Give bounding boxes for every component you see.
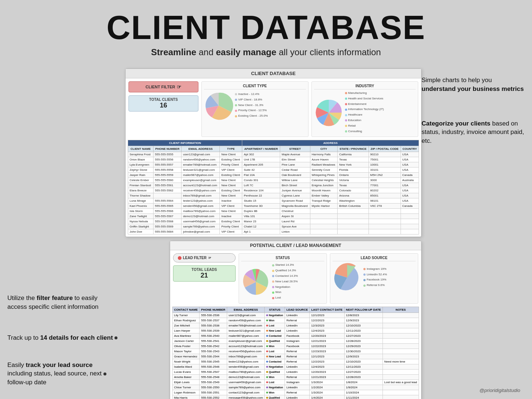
table-cell: Birch Street [280,183,310,188]
lead-table-cell: Negotiation [265,313,285,318]
table-cell: Cypress Lane [280,193,310,198]
lead-table-cell: Facebook [285,343,309,349]
table-cell: New Client [220,193,242,198]
lead-table-cell: Lost [265,323,285,328]
table-cell: sender456@gmail.com [182,204,220,209]
lead-table-cell: LinkedIn [285,385,309,390]
lead-table-cell [383,395,419,399]
lead-table-cell: 555-530-2551 [200,390,227,395]
lead-table-cell: Referral [285,359,309,364]
table-cell [310,224,338,229]
table-row: Thorne Shadowinbox789@gmail.comNew Clien… [128,193,419,198]
table-row: Griffin Starlight555-555-5569sample789@y… [128,224,419,229]
table-cell [153,193,181,198]
lead-table-cell: Logan Robinson [172,390,199,395]
lead-table-cell: Olivia Foster [172,343,199,349]
table-cell: British Columbia [338,204,369,209]
annotation-filter: Utilize the filter feature to easilyacce… [7,294,125,311]
lead-table-cell: random456@yahoo.com [227,318,265,323]
lead-table-cell: 555-530-2544 [200,354,227,359]
lead-table-cell: 555-530-2536 [200,313,227,318]
table-cell: Washington [338,198,369,204]
client-filter-button[interactable]: CLIENT FILTER ☞ [128,81,198,92]
lead-table-cell: 555-530-2552 [200,395,227,399]
status-badge: New Lead [266,329,281,332]
lead-col-name: CONTACT NAME [172,307,199,313]
table-cell: 555-555-5559 [153,173,181,178]
table-row: Chloe Turner555-530-2550sample789@yahoo.… [172,385,419,390]
table-cell: Priority Client [220,162,242,167]
lead-table-cell: Qualified [265,369,285,374]
lead-table-cell: Contacted [265,333,285,338]
table-cell: USA [401,157,419,162]
status-badge: Won [266,376,274,378]
table-cell: Azure Haven [310,157,338,162]
bottom-ss-title: POTENTIAL CLIENT / LEAD MANAGEMENT [170,241,421,250]
table-cell: USA [401,167,419,173]
table-cell: exampleuser@gmail.com [182,178,220,183]
table-row: Seraphina Frost555-555-5555user123@gmail… [128,152,419,157]
lead-table-cell: Chloe Turner [172,385,199,390]
lead-table-cell [383,354,419,359]
top-ss-body: CLIENT FILTER ☞ TOTAL CLIENTS 16 CLIENT … [126,78,421,140]
lead-table-cell: 555-530-2550 [200,385,227,390]
lead-table-cell: New Lead [265,354,285,359]
lead-table-cell [383,349,419,354]
lead-table-cell: Instagram [285,338,309,343]
industry-chart-content: Manufacturing Health and Social Services… [314,91,416,134]
status-dot [266,335,268,337]
lead-filter-button[interactable]: LEAD FILTER ☞ [173,253,236,262]
lead-table-cell [383,333,419,338]
table-cell: Flat 10A [242,173,280,178]
table-cell: Chestnut [280,209,310,214]
table-cell: New Client [220,152,242,157]
lead-table-cell: Lost [265,379,285,385]
table-cell: Canada [401,204,419,209]
lead-table-cell: 12/28/2023 [344,338,383,343]
table-cell [338,209,369,214]
table-cell: Arizona [338,193,369,198]
lead-table-cell: 555-530-2539 [200,328,227,333]
lead-table-cell: Qualified [265,395,285,399]
table-cell: Cedar Road [280,167,310,173]
lead-table-cell: 12/23/2023 [310,349,344,354]
status-badge: Qualified [266,371,280,373]
status-dot [266,356,268,357]
status-legend: Started 14.3% Qualified 14.3% Contacted … [272,263,298,301]
lead-filter-label: LEAD FILTER [183,256,207,260]
right-annotations: Simple charts to help you understand you… [422,68,525,399]
table-row: Jackson Carter555-530-2541exampleuser@gm… [172,338,419,343]
status-dot [266,366,268,368]
charts-area: CLIENT TYPE [201,81,418,137]
table-cell: 555-555-5555 [153,152,181,157]
table-row: Orion Blaze555-555-5556random456@yahoo.c… [128,157,419,162]
status-badge: Won [266,391,274,394]
table-row: Elara Breeze555-555-5562receiver456@yaho… [128,188,419,193]
lead-table-cell: LinkedIn [285,328,309,333]
lead-table-cell: Ava Martinez [172,333,199,338]
status-dot [266,314,268,316]
lead-table-cell: Facebook [285,333,309,338]
lead-table-cell: Won [265,318,285,323]
table-cell: Elara Breeze [128,188,154,193]
annotation-details: Track up to 14 details for each client [7,333,125,342]
lead-table-cell: New Lead [265,328,285,333]
client-type-chart-content: Inactive - 12.4% VIP Client - 18.8% New … [204,91,306,120]
status-dot [266,325,268,326]
table-row: Liam Harper555-530-2539testuser321@gmail… [172,328,419,333]
lead-table-cell: Won [265,390,285,395]
total-leads-label: TOTAL LEADS [191,268,217,272]
status-chart-content: Started 14.3% Qualified 14.3% Contacted … [241,263,324,301]
status-badge: Qualified [266,340,280,342]
status-dot [266,330,268,332]
table-cell: Ontario [338,173,369,178]
lead-table-cell: 12/8/2023 [344,313,383,318]
table-cell [310,214,338,219]
table-row: Zane Twilight555-555-5567demo123@hotmail… [128,214,419,219]
table-cell [310,229,338,234]
client-type-chart-title: CLIENT TYPE [204,84,306,89]
lead-source-pie [332,263,362,292]
lead-table-cell: tester123@yahoo.com [227,359,265,364]
total-clients-box: TOTAL CLIENTS 16 [128,95,198,112]
table-cell: Pine Lane [280,162,310,167]
